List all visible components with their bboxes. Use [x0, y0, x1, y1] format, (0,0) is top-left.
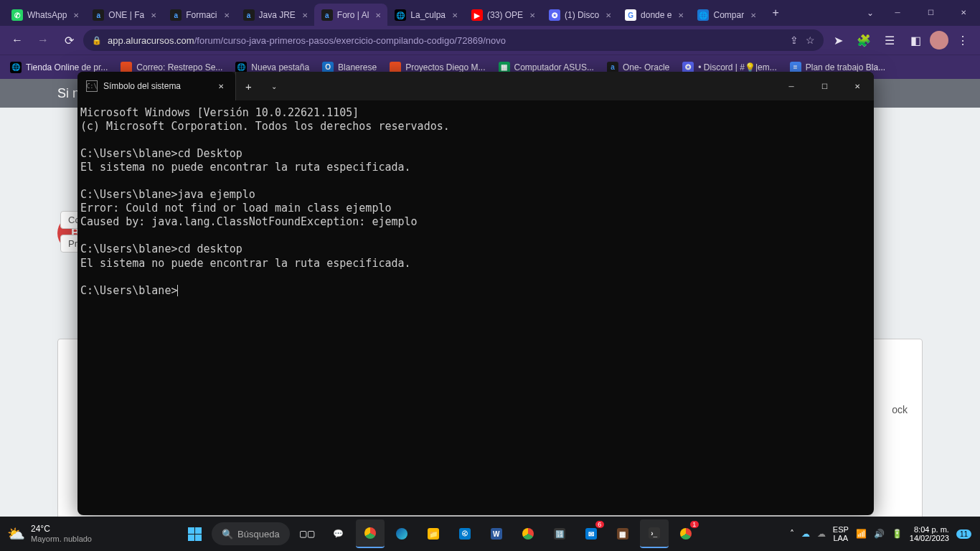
taskbar-search[interactable]: 🔍 Búsqueda — [212, 522, 290, 545]
tab-close-icon[interactable]: ✕ — [748, 10, 758, 20]
taskbar-word-icon[interactable]: W — [482, 519, 511, 548]
taskbar-weather[interactable]: ⛅ 24°C Mayorm. nublado — [0, 524, 99, 542]
tab-favicon-icon: ▶ — [471, 9, 483, 21]
tab-close-icon[interactable]: ✕ — [300, 10, 310, 20]
weather-temp: 24°C — [31, 524, 92, 534]
search-label: Búsqueda — [237, 529, 280, 540]
tab-close-icon[interactable]: ✕ — [222, 10, 232, 20]
browser-tab-0[interactable]: ✆ WhatsApp ✕ — [4, 4, 85, 27]
tab-favicon-icon: a — [243, 9, 255, 21]
tray-onedrive-icon[interactable]: ☁ — [801, 529, 810, 539]
weather-icon: ⛅ — [7, 525, 25, 542]
terminal-minimize-button[interactable]: ─ — [775, 72, 808, 100]
bookmark-label: Proyectos Diego M... — [405, 62, 485, 72]
terminal-close-button[interactable]: ✕ — [841, 72, 874, 100]
terminal-line — [80, 229, 871, 242]
address-bar[interactable]: 🔒 app.aluracursos.com/forum/curso-java-p… — [83, 29, 824, 51]
browser-tab-4[interactable]: a Foro | Al ✕ — [314, 4, 387, 27]
taskbar-clock[interactable]: 8:04 p. m. 14/02/2023 — [910, 525, 949, 542]
taskbar-explorer-icon[interactable]: 📁 — [419, 519, 448, 548]
cursor-icon[interactable]: ➤ — [826, 29, 849, 52]
terminal-dropdown-icon[interactable]: ⌄ — [261, 72, 287, 100]
chat-icon[interactable]: 💬 — [324, 519, 353, 548]
browser-tab-9[interactable]: 🌐 Compar ✕ — [690, 4, 763, 27]
taskbar-vscode-icon[interactable]: ⧀ — [451, 519, 479, 548]
tab-close-icon[interactable]: ✕ — [373, 10, 383, 20]
tab-close-icon[interactable]: ✕ — [603, 10, 613, 20]
tab-title: Foro | Al — [337, 10, 369, 20]
new-tab-button[interactable]: + — [765, 3, 786, 23]
bookmark-label: Blanerese — [338, 62, 377, 72]
tab-search-chevron-icon[interactable]: ⌄ — [859, 8, 881, 18]
tab-favicon-icon: a — [170, 9, 182, 21]
bookmark-star-icon[interactable]: ☆ — [806, 34, 815, 46]
terminal-line: C:\Users\blane>cd Desktop — [80, 147, 871, 161]
terminal-tab-title: Símbolo del sistema — [103, 81, 209, 91]
weather-desc: Mayorm. nublado — [31, 534, 92, 543]
taskbar-app-icon-1[interactable]: ▦ — [608, 519, 637, 548]
notif-badge: 11 — [956, 529, 971, 539]
browser-tab-6[interactable]: ▶ (33) OPE ✕ — [464, 4, 542, 27]
taskbar-edge-icon[interactable] — [387, 519, 416, 548]
bookmark-label: Computador ASUS... — [514, 62, 594, 72]
terminal-tab-close-button[interactable]: ✕ — [215, 83, 227, 90]
terminal-tab[interactable]: C:\ Símbolo del sistema ✕ — [77, 72, 235, 100]
tab-title: Formaci — [186, 10, 217, 20]
window-maximize-button[interactable]: ☐ — [914, 1, 947, 23]
chrome3-badge: 1 — [690, 521, 699, 528]
tab-favicon-icon: ✪ — [549, 9, 560, 21]
share-icon[interactable]: ⇪ — [790, 34, 798, 46]
volume-icon[interactable]: 🔊 — [874, 529, 885, 539]
browser-tab-8[interactable]: G donde e ✕ — [618, 4, 690, 27]
browser-tab-3[interactable]: a Java JRE ✕ — [236, 4, 314, 27]
bookmark-label: • Discord | #💡|em... — [698, 62, 776, 72]
start-button[interactable] — [180, 519, 209, 548]
tab-close-icon[interactable]: ✕ — [450, 10, 460, 20]
bookmark-label: One- Oracle — [623, 62, 669, 72]
profile-avatar[interactable] — [930, 31, 948, 50]
tab-title: Compar — [713, 10, 744, 20]
tab-close-icon[interactable]: ✕ — [676, 10, 686, 20]
browser-tab-1[interactable]: a ONE | Fa ✕ — [85, 4, 163, 27]
terminal-line: Error: Could not find or load main class… — [80, 202, 871, 215]
tab-close-icon[interactable]: ✕ — [71, 10, 81, 20]
browser-tab-7[interactable]: ✪ (1) Disco ✕ — [542, 4, 618, 27]
terminal-line — [80, 270, 871, 284]
tab-title: WhatsApp — [27, 10, 67, 20]
chrome-menu-button[interactable]: ⋮ — [951, 29, 974, 52]
language-indicator[interactable]: ESP LAA — [833, 525, 849, 542]
tab-close-icon[interactable]: ✕ — [149, 10, 159, 20]
tray-cloud-icon[interactable]: ☁ — [817, 529, 826, 539]
wifi-icon[interactable]: 📶 — [856, 529, 867, 539]
taskbar-calc-icon[interactable]: 🔢 — [545, 519, 574, 548]
battery-icon[interactable]: 🔋 — [892, 529, 903, 539]
back-button[interactable]: ← — [6, 29, 29, 52]
tray-chevron-icon[interactable]: ˄ — [790, 529, 794, 539]
terminal-maximize-button[interactable]: ☐ — [808, 72, 841, 100]
search-icon: 🔍 — [222, 529, 233, 540]
terminal-new-tab-button[interactable]: + — [235, 72, 261, 100]
reload-button[interactable]: ⟳ — [57, 29, 80, 52]
tab-favicon-icon: 🌐 — [395, 9, 406, 21]
taskbar-chrome-icon[interactable] — [356, 519, 385, 548]
sidepanel-icon[interactable]: ◧ — [904, 29, 927, 52]
window-close-button[interactable]: ✕ — [947, 1, 980, 23]
browser-tab-2[interactable]: a Formaci ✕ — [163, 4, 235, 27]
terminal-titlebar: C:\ Símbolo del sistema ✕ + ⌄ ─ ☐ ✕ — [77, 72, 874, 100]
terminal-line: El sistema no puede encontrar la ruta es… — [80, 161, 871, 174]
terminal-cursor — [177, 285, 178, 296]
tab-favicon-icon: ✆ — [11, 9, 23, 21]
reading-list-icon[interactable]: ☰ — [878, 29, 901, 52]
task-view-button[interactable]: ▢▢ — [293, 519, 321, 548]
notification-center[interactable]: 11 — [956, 529, 971, 539]
taskbar-chrome2-icon[interactable] — [514, 519, 542, 548]
taskbar-terminal-icon[interactable]: ›_ — [640, 519, 669, 548]
window-minimize-button[interactable]: ─ — [881, 1, 914, 23]
browser-titlebar: ✆ WhatsApp ✕a ONE | Fa ✕a Formaci ✕a Jav… — [0, 0, 980, 26]
extensions-icon[interactable]: 🧩 — [852, 29, 875, 52]
terminal-body[interactable]: Microsoft Windows [Versión 10.0.22621.11… — [77, 100, 874, 515]
forward-button[interactable]: → — [32, 29, 55, 52]
bookmark-label: Plan de trabajo Bla... — [806, 62, 885, 72]
browser-tab-5[interactable]: 🌐 La_culpa ✕ — [387, 4, 464, 27]
tab-close-icon[interactable]: ✕ — [527, 10, 537, 20]
